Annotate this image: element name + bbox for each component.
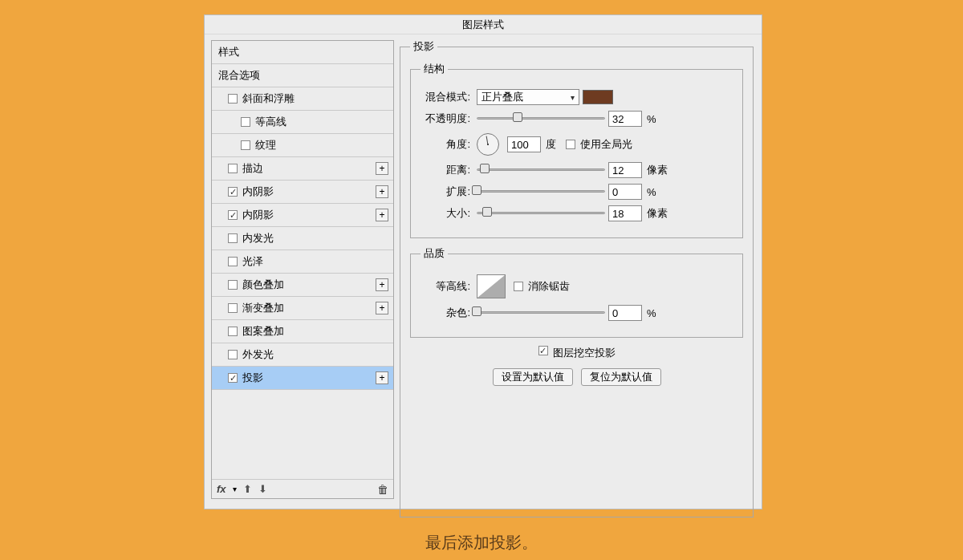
antialias-checkbox[interactable] [514, 282, 523, 291]
style-item-label: 等高线 [255, 115, 286, 129]
global-light-label: 使用全局光 [580, 137, 632, 152]
panel-title: 投影 [410, 39, 437, 54]
style-item-label: 外发光 [242, 347, 274, 362]
style-item-label: 描边 [242, 161, 263, 176]
size-unit: 像素 [647, 206, 668, 221]
style-item[interactable]: 描边+ [212, 157, 393, 181]
knockout-checkbox[interactable] [538, 346, 548, 355]
spread-unit: % [647, 186, 656, 198]
distance-input[interactable]: 12 [608, 162, 642, 178]
style-checkbox[interactable] [228, 257, 238, 266]
style-item[interactable]: 纹理 [212, 134, 393, 157]
style-item[interactable]: 内阴影+ [212, 181, 393, 204]
move-up-icon[interactable]: ⬆ [243, 483, 252, 495]
blend-mode-value: 正片叠底 [482, 90, 523, 104]
style-checkbox[interactable] [228, 94, 238, 103]
style-item[interactable]: 图案叠加 [212, 320, 393, 343]
noise-slider[interactable] [477, 307, 605, 319]
style-checkbox[interactable] [241, 117, 250, 127]
styles-list: 样式 混合选项 斜面和浮雕等高线纹理描边+内阴影+内阴影+内发光光泽颜色叠加+渐… [212, 41, 393, 479]
angle-input[interactable]: 100 [507, 136, 541, 152]
opacity-label: 不透明度: [421, 112, 470, 126]
quality-fieldset: 品质 等高线: 消除锯齿 杂色: 0 % [410, 246, 743, 338]
style-checkbox[interactable] [228, 280, 238, 290]
structure-fieldset: 结构 混合模式: 正片叠底 ▾ 不透明度: 32 % [410, 62, 743, 238]
size-label: 大小: [421, 206, 470, 221]
angle-dial[interactable] [477, 133, 499, 156]
blend-mode-select[interactable]: 正片叠底 ▾ [477, 89, 579, 105]
shadow-color-swatch[interactable] [583, 90, 613, 104]
contour-label: 等高线: [421, 279, 470, 294]
sidebar-header-blending[interactable]: 混合选项 [212, 64, 393, 87]
contour-picker[interactable] [477, 274, 506, 298]
styles-sidebar: 样式 混合选项 斜面和浮雕等高线纹理描边+内阴影+内阴影+内发光光泽颜色叠加+渐… [211, 40, 394, 499]
style-item[interactable]: 内阴影+ [212, 204, 393, 227]
opacity-input[interactable]: 32 [608, 111, 642, 127]
size-slider[interactable] [477, 208, 605, 219]
move-down-icon[interactable]: ⬇ [258, 483, 267, 495]
add-effect-icon[interactable]: + [376, 209, 388, 221]
quality-legend: 品质 [421, 246, 448, 261]
set-default-button[interactable]: 设置为默认值 [493, 368, 573, 386]
style-item-label: 内发光 [242, 231, 274, 246]
style-item[interactable]: 内发光 [212, 227, 393, 250]
distance-label: 距离: [421, 163, 470, 177]
chevron-down-icon: ▾ [571, 93, 575, 102]
style-item[interactable]: 光泽 [212, 250, 393, 274]
style-item[interactable]: 斜面和浮雕 [212, 87, 393, 111]
add-effect-icon[interactable]: + [376, 371, 388, 384]
style-checkbox[interactable] [241, 140, 250, 150]
reset-default-button[interactable]: 复位为默认值 [581, 368, 661, 386]
style-item-label: 颜色叠加 [242, 278, 284, 292]
antialias-label: 消除锯齿 [528, 279, 570, 294]
opacity-unit: % [647, 113, 656, 125]
size-input[interactable]: 18 [608, 205, 642, 221]
spread-label: 扩展: [421, 185, 470, 199]
angle-unit: 度 [546, 137, 556, 152]
style-item[interactable]: 渐变叠加+ [212, 297, 393, 320]
sidebar-footer: fx ▾ ⬆ ⬇ 🗑 [212, 479, 393, 498]
page-caption: 最后添加投影。 [0, 532, 963, 554]
settings-panel: 投影 结构 混合模式: 正片叠底 ▾ 不透明度: 32 [398, 34, 762, 509]
global-light-checkbox[interactable] [566, 140, 575, 149]
style-checkbox[interactable] [228, 187, 238, 197]
blend-mode-label: 混合模式: [421, 90, 470, 104]
sidebar-header-styles[interactable]: 样式 [212, 41, 393, 64]
fx-menu-icon[interactable]: fx [217, 483, 226, 495]
dialog-content: 样式 混合选项 斜面和浮雕等高线纹理描边+内阴影+内阴影+内发光光泽颜色叠加+渐… [205, 34, 762, 509]
style-checkbox[interactable] [228, 327, 238, 336]
add-effect-icon[interactable]: + [376, 278, 388, 291]
distance-unit: 像素 [647, 163, 668, 177]
style-item-label: 内阴影 [242, 208, 274, 222]
style-checkbox[interactable] [228, 233, 238, 243]
style-checkbox[interactable] [228, 210, 238, 220]
style-checkbox[interactable] [228, 303, 238, 313]
style-item-label: 斜面和浮雕 [242, 91, 295, 106]
style-item-label: 光泽 [242, 254, 263, 269]
style-item-label: 图案叠加 [242, 324, 284, 339]
angle-label: 角度: [421, 137, 470, 152]
style-checkbox[interactable] [228, 164, 238, 173]
knockout-label: 图层挖空投影 [553, 346, 616, 360]
trash-icon[interactable]: 🗑 [377, 483, 388, 496]
style-item[interactable]: 颜色叠加+ [212, 274, 393, 297]
noise-input[interactable]: 0 [608, 305, 642, 321]
add-effect-icon[interactable]: + [376, 185, 388, 198]
spread-slider[interactable] [477, 186, 605, 197]
style-checkbox[interactable] [228, 373, 238, 383]
drop-shadow-fieldset: 投影 结构 混合模式: 正片叠底 ▾ 不透明度: 32 [400, 39, 754, 517]
style-item-label: 投影 [242, 371, 263, 385]
spread-input[interactable]: 0 [608, 184, 642, 200]
style-checkbox[interactable] [228, 350, 238, 359]
style-item-label: 内阴影 [242, 185, 274, 199]
style-item[interactable]: 外发光 [212, 343, 393, 367]
opacity-slider[interactable] [477, 113, 605, 124]
noise-label: 杂色: [421, 306, 470, 320]
dialog-title: 图层样式 [205, 15, 762, 34]
add-effect-icon[interactable]: + [376, 162, 388, 175]
style-item[interactable]: 等高线 [212, 111, 393, 134]
distance-slider[interactable] [477, 164, 605, 176]
add-effect-icon[interactable]: + [376, 302, 388, 314]
style-item[interactable]: 投影+ [212, 367, 393, 390]
style-item-label: 纹理 [255, 138, 276, 152]
